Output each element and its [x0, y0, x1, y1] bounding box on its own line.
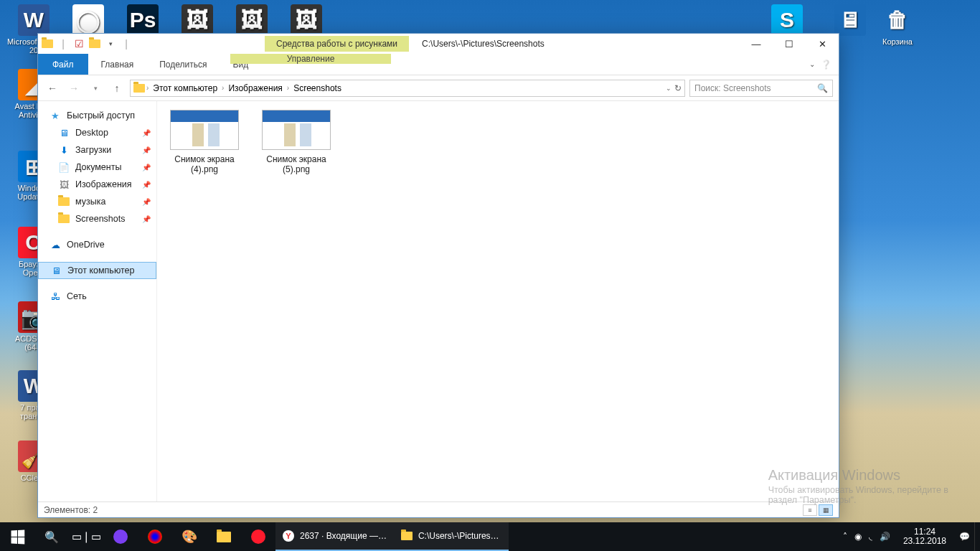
- nav-label: Быстрый доступ: [67, 110, 135, 121]
- nav-network[interactable]: 🖧 Сеть: [38, 288, 156, 305]
- nav-quick-item[interactable]: музыка📌: [38, 193, 156, 210]
- breadcrumb[interactable]: Изображения: [225, 83, 285, 93]
- volume-icon[interactable]: 🔊: [880, 532, 890, 542]
- navigation-bar: ← → ▾ ↑ › Этот компьютер › Изображения ›…: [38, 75, 839, 101]
- close-button[interactable]: ✕: [806, 34, 839, 54]
- file-item[interactable]: Снимок экрана (4).png: [169, 110, 240, 175]
- nav-item-icon: 🖥: [58, 127, 70, 138]
- quick-access-toolbar: | ☑ ▾ |: [38, 37, 136, 50]
- file-item[interactable]: Снимок экрана (5).png: [260, 110, 332, 175]
- pin-icon: 📌: [142, 129, 151, 137]
- pin-icon: 📌: [142, 198, 151, 206]
- nav-onedrive[interactable]: ☁ OneDrive: [38, 236, 156, 253]
- back-button[interactable]: ←: [44, 80, 61, 97]
- app-icon: 🖼: [236, 4, 268, 36]
- location-icon[interactable]: ◉: [854, 532, 862, 542]
- star-icon: ★: [50, 110, 61, 121]
- qat-separator-icon: |: [57, 37, 70, 50]
- app-icon: 🗑: [882, 4, 913, 36]
- tab-manage[interactable]: Управление: [230, 54, 391, 64]
- taskbar-task[interactable]: Y2637 · Входящие —…: [275, 522, 394, 551]
- nav-quick-item[interactable]: 🖥Desktop📌: [38, 124, 156, 141]
- clock[interactable]: 11:24 23.12.2018: [897, 527, 952, 546]
- tab-file[interactable]: Файл: [38, 54, 88, 75]
- view-icons-button[interactable]: ▦: [819, 504, 833, 516]
- app-icon: Ps: [127, 4, 159, 36]
- window-controls: — ☐ ✕: [740, 34, 839, 54]
- app-icon: 🖥: [834, 4, 866, 36]
- forward-button[interactable]: →: [65, 80, 83, 97]
- chevron-right-icon[interactable]: ›: [222, 84, 224, 92]
- file-name: Снимок экрана (5).png: [260, 154, 332, 175]
- wifi-icon[interactable]: ◟: [869, 532, 872, 542]
- desktop-icon-label: Корзина: [871, 37, 924, 46]
- file-list[interactable]: Снимок экрана (4).pngСнимок экрана (5).p…: [157, 101, 839, 501]
- file-name: Снимок экрана (4).png: [169, 154, 240, 175]
- desktop-icon[interactable]: 🗑Корзина: [871, 4, 924, 46]
- clock-date: 23.12.2018: [903, 537, 946, 546]
- contextual-tab-label: Средства работы с рисунками: [265, 36, 409, 52]
- nav-label: Этот компьютер: [67, 265, 134, 276]
- search-button[interactable]: 🔍: [34, 522, 69, 551]
- file-thumbnail: [262, 110, 331, 150]
- cortana-button[interactable]: [103, 522, 138, 551]
- pinned-app[interactable]: 🎨: [172, 522, 207, 551]
- tab-home[interactable]: Главная: [88, 54, 147, 75]
- nav-item-icon: ⬇: [58, 144, 70, 156]
- title-bar[interactable]: | ☑ ▾ | Средства работы с рисунками C:\U…: [38, 34, 839, 54]
- ribbon-tabs: Файл Главная Поделиться Вид Управление ⌄…: [38, 54, 839, 75]
- up-button[interactable]: ↑: [108, 80, 126, 97]
- chevron-right-icon[interactable]: ›: [287, 84, 289, 92]
- address-bar[interactable]: › Этот компьютер › Изображения › Screens…: [130, 80, 685, 97]
- tab-share[interactable]: Поделиться: [146, 54, 220, 75]
- search-icon[interactable]: 🔍: [817, 83, 828, 93]
- watermark-title: Активация Windows: [768, 467, 948, 484]
- pin-icon: 📌: [142, 215, 151, 223]
- address-dropdown-icon[interactable]: ⌄: [666, 85, 672, 92]
- pinned-explorer[interactable]: [207, 522, 241, 551]
- start-button[interactable]: [0, 522, 34, 551]
- pinned-opera[interactable]: [241, 522, 275, 551]
- status-bar: Элементов: 2 ≡ ▦: [38, 501, 839, 517]
- nav-label: Сеть: [67, 291, 87, 301]
- nav-item-icon: 📄: [58, 161, 70, 173]
- nav-item-label: Документы: [75, 162, 121, 172]
- nav-quick-item[interactable]: ⬇Загрузки📌: [38, 141, 156, 159]
- taskbar-task[interactable]: C:\Users\-\Pictures…: [394, 522, 509, 551]
- task-view-button[interactable]: ▭❘▭: [69, 522, 103, 551]
- view-details-button[interactable]: ≡: [803, 504, 817, 516]
- app-icon: 🖼: [291, 4, 322, 36]
- breadcrumb[interactable]: Screenshots: [291, 83, 344, 93]
- nav-quick-access[interactable]: ★ Быстрый доступ: [38, 107, 156, 124]
- task-label: 2637 · Входящие —…: [300, 531, 387, 541]
- app-icon: S: [771, 4, 803, 36]
- qat-dropdown-icon[interactable]: ▾: [104, 37, 117, 50]
- help-icon[interactable]: ❔: [821, 60, 831, 70]
- nav-quick-item[interactable]: 📄Документы📌: [38, 159, 156, 176]
- minimize-button[interactable]: —: [740, 34, 773, 54]
- pin-icon: 📌: [142, 181, 151, 189]
- nav-item-label: Screenshots: [75, 214, 125, 224]
- pinned-app[interactable]: [138, 522, 172, 551]
- nav-quick-item[interactable]: 🖼Изображения📌: [38, 176, 156, 193]
- notifications-icon[interactable]: 💬: [959, 532, 970, 542]
- maximize-button[interactable]: ☐: [773, 34, 806, 54]
- chevron-right-icon[interactable]: ›: [146, 84, 149, 92]
- tray-overflow-icon[interactable]: ˄: [843, 532, 847, 542]
- search-placeholder: Поиск: Screenshots: [694, 83, 771, 93]
- ribbon-expand-icon[interactable]: ⌄: [809, 60, 815, 68]
- show-desktop-button[interactable]: [974, 522, 980, 551]
- history-dropdown-icon[interactable]: ▾: [87, 80, 104, 97]
- checkbox-icon[interactable]: ☑: [72, 37, 85, 50]
- nav-item-icon: [58, 213, 70, 225]
- activation-watermark: Активация Windows Чтобы активировать Win…: [768, 467, 948, 505]
- search-input[interactable]: Поиск: Screenshots 🔍: [689, 80, 833, 97]
- app-icon: 🖼: [182, 4, 213, 36]
- nav-quick-item[interactable]: Screenshots📌: [38, 210, 156, 227]
- pin-icon: 📌: [142, 164, 151, 171]
- cloud-icon: ☁: [50, 239, 61, 250]
- breadcrumb[interactable]: Этот компьютер: [150, 83, 220, 93]
- refresh-icon[interactable]: ↻: [674, 83, 682, 93]
- nav-this-pc[interactable]: 🖥 Этот компьютер: [38, 262, 156, 279]
- qat-separator-icon: |: [120, 37, 133, 50]
